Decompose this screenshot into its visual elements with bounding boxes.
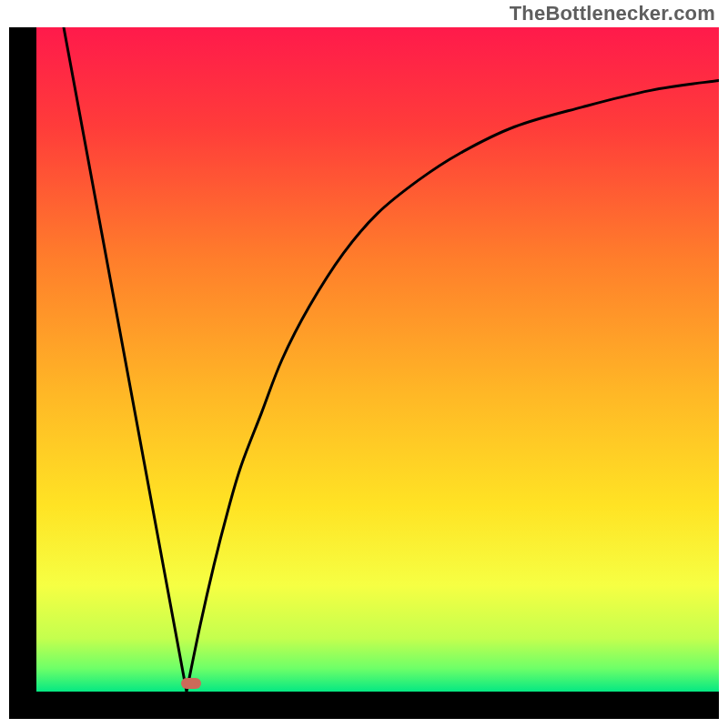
watermark-text: TheBottlenecker.com	[510, 2, 715, 25]
curve-path	[64, 27, 719, 692]
optimal-marker	[181, 678, 201, 689]
chart-stage: TheBottlenecker.com	[0, 0, 728, 728]
plot-frame	[9, 27, 719, 719]
plot-area	[36, 27, 719, 692]
bottleneck-curve	[36, 27, 719, 692]
